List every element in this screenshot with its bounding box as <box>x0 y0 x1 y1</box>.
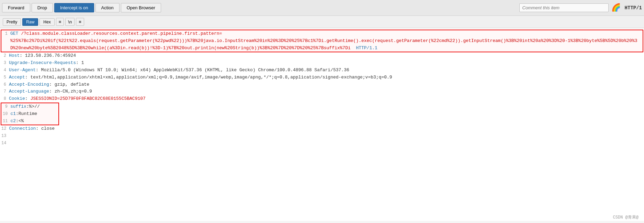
line: 4User-Agent: Mozilla/5.0 (Windows NT 10.… <box>0 67 644 74</box>
pretty-button[interactable]: Pretty <box>3 18 21 26</box>
line-number: 10 <box>3 110 10 117</box>
line-number: 4 <box>1 67 9 74</box>
drop-button[interactable]: Drop <box>32 3 53 12</box>
hex-button[interactable]: Hex <box>39 18 54 26</box>
line-text: c1:Runtime <box>10 110 57 118</box>
line: 14 <box>0 140 644 147</box>
rainbow-icon: 🌈 <box>611 3 621 12</box>
sub-toolbar: Pretty Raw Hex ≡ \n ≡ <box>0 16 644 28</box>
line: 6Accept-Encoding: gzip, deflate <box>0 81 644 88</box>
line-text: Accept: text/html,application/xhtml+xml,… <box>9 74 643 81</box>
line-text: suffix:%>// <box>10 103 57 110</box>
line-text: Accept-Encoding: gzip, deflate <box>9 81 643 88</box>
line: 13 <box>0 132 644 140</box>
footer-credit: CSDN @青果@ <box>613 214 639 220</box>
line: 9suffix:%>// <box>1 103 59 110</box>
line-number: 5 <box>1 74 9 81</box>
open-browser-button[interactable]: Open Browser <box>121 3 161 12</box>
menu-button[interactable]: ≡ <box>76 18 84 26</box>
line-number: 1 <box>3 30 10 37</box>
line-number: 11 <box>3 118 10 125</box>
intercept-button[interactable]: Intercept is on <box>54 3 94 12</box>
line-number: 8 <box>1 95 9 102</box>
line-text: GET /?class.module.classLoader.resources… <box>10 30 641 52</box>
line: 10c1:Runtime <box>1 110 59 118</box>
raw-button[interactable]: Raw <box>22 18 38 26</box>
toolbar: Forward Drop Intercept is on Action Open… <box>0 0 644 16</box>
http-version: HTTP/1 <box>625 5 642 11</box>
line-text: c2:<% <box>10 118 57 125</box>
action-button[interactable]: Action <box>95 3 120 12</box>
line-text <box>9 140 643 147</box>
newline-button[interactable]: \n <box>65 18 75 26</box>
line-number: 12 <box>1 125 9 132</box>
line: 11c2:<% <box>1 118 59 126</box>
line-text <box>9 132 643 140</box>
line-number: 2 <box>1 52 9 59</box>
line: 5Accept: text/html,application/xhtml+xml… <box>0 74 644 81</box>
line-number: 6 <box>1 81 9 88</box>
line-number: 3 <box>1 60 9 66</box>
forward-button[interactable]: Forward <box>2 3 30 12</box>
line: 7Accept-Language: zh-CN,zh;q=0.9 <box>0 88 644 95</box>
line: 12Connection: close <box>0 125 644 132</box>
line-number: 13 <box>1 132 9 139</box>
line: 2Host: 123.58.236.76:45924 <box>0 52 644 60</box>
line-number: 14 <box>1 140 9 147</box>
line-text: Connection: close <box>9 125 643 132</box>
line: 8Cookie: JSESSIONID=25D79F0F8FABC82C68E0… <box>0 95 644 103</box>
line: 1GET /?class.module.classLoader.resource… <box>1 30 643 52</box>
comment-input[interactable] <box>519 3 609 12</box>
line-number: 9 <box>3 103 10 110</box>
request-content: 1GET /?class.module.classLoader.resource… <box>0 28 644 221</box>
wrap-button[interactable]: ≡ <box>56 18 64 26</box>
line-text: Cookie: JSESSIONID=25D79F0F8FABC82C68E01… <box>9 95 643 103</box>
line: 3Upgrade-Insecure-Requests: 1 <box>0 60 644 67</box>
line-text: Host: 123.58.236.76:45924 <box>9 52 643 60</box>
line-text: User-Agent: Mozilla/5.0 (Windows NT 10.0… <box>9 67 643 74</box>
line-text: Accept-Language: zh-CN,zh;q=0.9 <box>9 88 643 95</box>
line-text: Upgrade-Insecure-Requests: 1 <box>9 60 643 67</box>
line-number: 7 <box>1 88 9 95</box>
